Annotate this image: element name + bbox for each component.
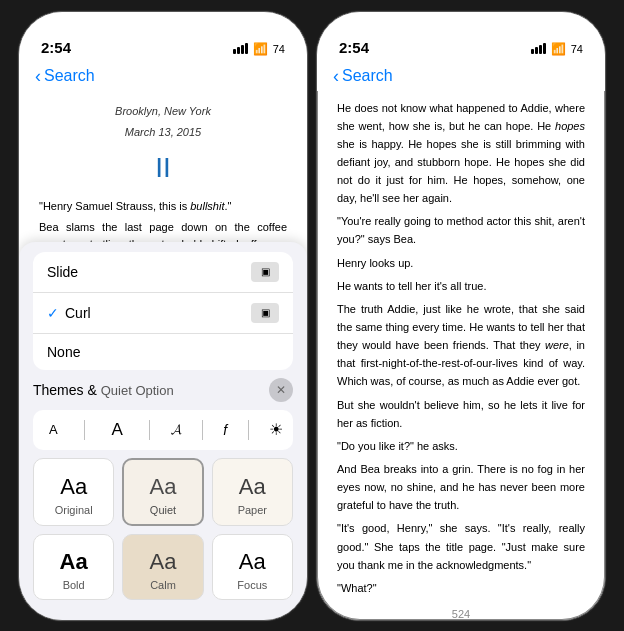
theme-bold-aa: Aa xyxy=(60,549,88,575)
right-reading-content: He does not know what happened to Addie,… xyxy=(317,91,605,604)
check-icon: ✓ xyxy=(47,305,59,321)
slide-icon: ▣ xyxy=(251,262,279,282)
theme-paper-label: Paper xyxy=(238,504,267,516)
divider-3 xyxy=(202,420,203,440)
font-type-icon[interactable]: 𝓐 xyxy=(171,421,182,438)
right-nav: ‹ Search xyxy=(317,62,605,91)
right-status-icons: 📶 74 xyxy=(531,42,583,56)
right-para-8: And Bea breaks into a grin. There is no … xyxy=(337,460,585,514)
right-wifi-icon: 📶 xyxy=(551,42,566,56)
theme-bold-label: Bold xyxy=(63,579,85,591)
left-back-label: Search xyxy=(44,67,95,85)
divider-1 xyxy=(84,420,85,440)
theme-calm[interactable]: Aa Calm xyxy=(122,534,203,600)
right-para-10: "What?" xyxy=(337,579,585,597)
theme-original[interactable]: Aa Original xyxy=(33,458,114,526)
book-chapter: II xyxy=(39,146,287,191)
quiet-option-label: Quiet Option xyxy=(101,383,174,398)
divider-4 xyxy=(248,420,249,440)
overlay-panel: Slide ▣ ✓ Curl ▣ None xyxy=(19,242,307,620)
right-back-button[interactable]: ‹ Search xyxy=(333,66,393,87)
book-date: March 13, 2015 xyxy=(39,124,287,142)
right-para-5: The truth Addie, just like he wrote, tha… xyxy=(337,300,585,391)
themes-title: Themes & Quiet Option xyxy=(33,382,174,398)
theme-paper-aa: Aa xyxy=(239,474,266,500)
theme-quiet-label: Quiet xyxy=(150,504,176,516)
none-label: None xyxy=(47,344,80,360)
font-small-button[interactable]: A xyxy=(43,418,64,441)
theme-original-label: Original xyxy=(55,504,93,516)
slide-option-none[interactable]: None xyxy=(33,334,293,370)
left-phone: 2:54 📶 74 ‹ Search Brooklyn, New York xyxy=(18,11,308,621)
right-page-number: 524 xyxy=(452,608,470,620)
right-time: 2:54 xyxy=(339,39,369,56)
font-controls: A A 𝓐 f ☀ xyxy=(33,410,293,450)
right-para-7: "Do you like it?" he asks. xyxy=(337,437,585,455)
theme-original-aa: Aa xyxy=(60,474,87,500)
right-para-1: He does not know what happened to Addie,… xyxy=(337,99,585,208)
right-para-4: He wants to tell her it's all true. xyxy=(337,277,585,295)
slide-label: Slide xyxy=(47,264,78,280)
slide-option-curl[interactable]: ✓ Curl ▣ xyxy=(33,293,293,334)
brightness-icon[interactable]: ☀ xyxy=(269,420,283,439)
themes-header: Themes & Quiet Option ✕ xyxy=(33,378,293,402)
font-serif-icon[interactable]: f xyxy=(223,422,227,438)
close-button[interactable]: ✕ xyxy=(269,378,293,402)
signal-icon xyxy=(233,43,248,54)
theme-quiet-aa: Aa xyxy=(150,474,177,500)
font-large-button[interactable]: A xyxy=(105,416,128,444)
theme-focus[interactable]: Aa Focus xyxy=(212,534,293,600)
right-para-11: "My thesis. Remember? I wanted to do it … xyxy=(337,602,585,603)
book-location: Brooklyn, New York xyxy=(39,103,287,121)
divider-2 xyxy=(149,420,150,440)
theme-calm-aa: Aa xyxy=(150,549,177,575)
theme-paper[interactable]: Aa Paper xyxy=(212,458,293,526)
right-signal-icon xyxy=(531,43,546,54)
right-para-6: But she wouldn't believe him, so he lets… xyxy=(337,396,585,432)
curl-icon: ▣ xyxy=(251,303,279,323)
curl-label: Curl xyxy=(65,305,91,321)
theme-calm-label: Calm xyxy=(150,579,176,591)
right-para-3: Henry looks up. xyxy=(337,254,585,272)
right-phone: 2:54 📶 74 ‹ Search xyxy=(316,11,606,621)
battery-label: 74 xyxy=(273,43,285,55)
theme-quiet[interactable]: Aa Quiet xyxy=(122,458,203,526)
chevron-left-icon: ‹ xyxy=(35,66,41,87)
right-para-9: "It's good, Henry," she says. "It's real… xyxy=(337,519,585,573)
theme-bold[interactable]: Aa Bold xyxy=(33,534,114,600)
right-para-2: "You're really going to method actor thi… xyxy=(337,212,585,248)
themes-grid: Aa Original Aa Quiet Aa Paper Aa Bold xyxy=(33,458,293,600)
left-back-button[interactable]: ‹ Search xyxy=(35,66,95,87)
left-status-bar: 2:54 📶 74 xyxy=(19,12,307,62)
right-chevron-left-icon: ‹ xyxy=(333,66,339,87)
right-status-bar: 2:54 📶 74 xyxy=(317,12,605,62)
theme-focus-label: Focus xyxy=(237,579,267,591)
wifi-icon: 📶 xyxy=(253,42,268,56)
right-phone-inner: 2:54 📶 74 ‹ Search xyxy=(317,12,605,620)
theme-focus-aa: Aa xyxy=(239,549,266,575)
right-back-label: Search xyxy=(342,67,393,85)
slide-option-slide[interactable]: Slide ▣ xyxy=(33,252,293,293)
phones-container: 2:54 📶 74 ‹ Search Brooklyn, New York xyxy=(18,11,606,621)
slide-options: Slide ▣ ✓ Curl ▣ None xyxy=(33,252,293,370)
right-battery-label: 74 xyxy=(571,43,583,55)
left-status-icons: 📶 74 xyxy=(233,42,285,56)
book-para-1: "Henry Samuel Strauss, this is bullshit.… xyxy=(39,198,287,215)
left-nav: ‹ Search xyxy=(19,62,307,91)
right-page-counter: 524 xyxy=(317,608,605,620)
left-time: 2:54 xyxy=(41,39,71,56)
